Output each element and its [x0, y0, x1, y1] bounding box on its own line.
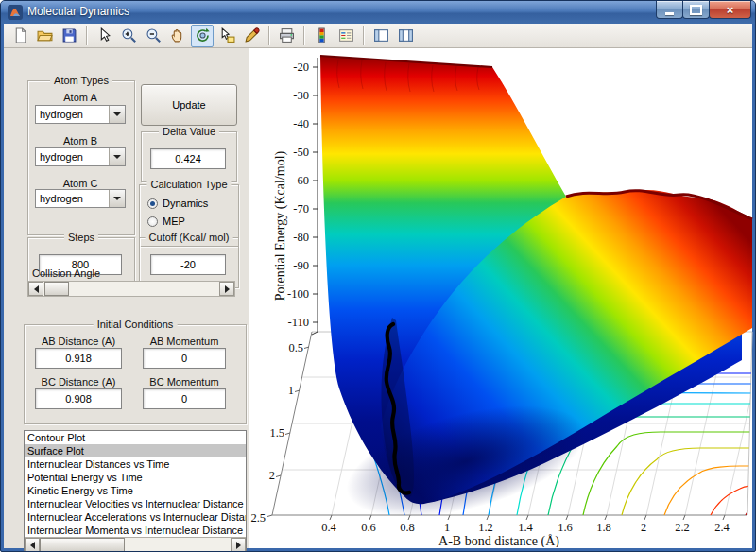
list-item[interactable]: Contour Plot	[25, 431, 246, 444]
figure-toolbar	[4, 24, 752, 48]
svg-text:2: 2	[269, 469, 275, 482]
atom-b-select[interactable]: hydrogen	[35, 147, 126, 166]
steps-title: Steps	[64, 232, 98, 244]
svg-text:1.8: 1.8	[596, 521, 611, 534]
list-item-selected[interactable]: Surface Plot	[25, 444, 246, 457]
svg-text:2.2: 2.2	[675, 521, 690, 534]
svg-text:-80: -80	[293, 231, 309, 244]
svg-text:0.6: 0.6	[361, 521, 376, 534]
chevron-down-icon	[109, 106, 125, 123]
minimize-button[interactable]	[656, 1, 683, 19]
ab-momentum-field[interactable]: 0	[143, 348, 226, 369]
svg-text:-100: -100	[287, 287, 309, 301]
slider-left-arrow[interactable]	[28, 282, 43, 296]
delta-value-field[interactable]: 0.424	[150, 148, 226, 169]
save-icon[interactable]	[58, 25, 80, 47]
svg-text:2.4: 2.4	[714, 521, 730, 534]
cutoff-title: Cutoff (Kcal/ mol)	[146, 232, 233, 244]
surface-plot-axes[interactable]: -20 -30 -40 -50 -60 -70 -80 -90 -100 -11…	[249, 48, 754, 547]
update-button[interactable]: Update	[141, 84, 237, 126]
print-icon[interactable]	[275, 25, 298, 47]
list-item[interactable]: Internuclear Momenta vs Internuclear Dis…	[25, 524, 246, 537]
listbox-hscrollbar[interactable]	[25, 537, 246, 552]
radio-dynamics[interactable]	[147, 198, 158, 209]
collision-angle-label: Collision Angle	[32, 267, 100, 279]
svg-text:-60: -60	[293, 174, 309, 187]
zoom-in-icon[interactable]	[117, 25, 140, 47]
chevron-down-icon	[109, 148, 125, 165]
ab-momentum-label: AB Momentum	[139, 336, 230, 347]
pan-hand-icon[interactable]	[166, 25, 189, 47]
svg-text:0.5: 0.5	[288, 341, 303, 354]
app-window: Molecular Dynamics ×	[0, 0, 756, 552]
radio-mep[interactable]	[147, 216, 158, 227]
bc-momentum-label: BC Momentum	[139, 376, 230, 388]
atom-c-value: hydrogen	[36, 190, 109, 207]
pointer-icon[interactable]	[93, 25, 115, 47]
minimize-icon	[665, 12, 674, 15]
radio-mep-row: MEP	[147, 216, 185, 227]
y-axis-label: Potential Energy (Kcal/mol)	[273, 150, 288, 301]
ab-distance-field[interactable]: 0.918	[35, 348, 122, 369]
atom-c-select[interactable]: hydrogen	[35, 189, 126, 208]
svg-text:1.6: 1.6	[558, 521, 573, 534]
list-item[interactable]: Internuclear Accelerations vs Internucle…	[25, 510, 246, 524]
scroll-right-arrow[interactable]	[231, 538, 246, 552]
energy-axis: -20 -30 -40 -50 -60 -70 -80 -90 -100 -11…	[273, 58, 318, 335]
svg-text:1: 1	[444, 521, 450, 534]
slider-thumb[interactable]	[44, 282, 69, 296]
bc-momentum-field[interactable]: 0	[143, 388, 226, 409]
list-item[interactable]: Potential Energy vs Time	[25, 471, 246, 484]
bc-distance-label: BC Distance (A)	[35, 376, 122, 388]
svg-text:-70: -70	[293, 202, 309, 216]
maximize-icon	[690, 5, 702, 15]
close-button[interactable]: ×	[709, 1, 751, 19]
cutoff-field[interactable]: -20	[150, 254, 226, 275]
atom-b-value: hydrogen	[36, 148, 109, 165]
show-plot-tools-icon[interactable]	[394, 25, 417, 47]
atom-c-label: Atom C	[32, 178, 129, 189]
plot-type-listbox[interactable]: Contour Plot Surface Plot Internuclear D…	[24, 430, 247, 552]
chevron-down-icon	[109, 190, 125, 207]
scroll-thumb[interactable]	[40, 538, 125, 552]
svg-text:-20: -20	[293, 60, 309, 74]
list-item[interactable]: Internuclear Distances vs Time	[25, 457, 246, 471]
atom-types-title: Atom Types	[50, 75, 112, 87]
svg-text:0.4: 0.4	[321, 521, 336, 534]
collision-angle-slider[interactable]	[27, 281, 235, 297]
atom-a-value: hydrogen	[36, 106, 109, 123]
radio-mep-label: MEP	[163, 216, 185, 227]
list-item[interactable]: Kinetic Energy vs Time	[25, 484, 246, 497]
svg-text:-30: -30	[293, 89, 309, 102]
atom-a-select[interactable]: hydrogen	[35, 105, 126, 124]
new-file-icon[interactable]	[9, 25, 31, 47]
update-button-label: Update	[172, 99, 205, 111]
list-item[interactable]: Internuclear Velocities vs Internuclear …	[25, 497, 246, 510]
atom-b-label: Atom B	[32, 135, 129, 147]
titlebar: Molecular Dynamics ×	[1, 1, 755, 24]
svg-text:2.5: 2.5	[250, 511, 266, 525]
zoom-out-icon[interactable]	[142, 25, 164, 47]
svg-text:-40: -40	[293, 117, 309, 130]
rotate-3d-icon[interactable]	[191, 25, 214, 47]
bc-distance-field[interactable]: 0.908	[35, 388, 122, 409]
x-axis-label: A-B bond distance (Å)	[438, 534, 559, 547]
maximize-button[interactable]	[682, 1, 710, 19]
radio-dynamics-row: Dynamics	[147, 198, 208, 209]
app-icon	[8, 5, 23, 20]
svg-text:1.4: 1.4	[518, 521, 533, 534]
slider-right-arrow[interactable]	[219, 282, 234, 296]
data-cursor-icon[interactable]	[215, 25, 238, 47]
scroll-left-arrow[interactable]	[25, 538, 40, 552]
atom-a-label: Atom A	[32, 92, 129, 103]
control-panel: Atom Types Atom A hydrogen Atom B hydrog…	[4, 48, 249, 548]
hide-plot-tools-icon[interactable]	[369, 25, 392, 47]
close-icon: ×	[727, 3, 734, 17]
open-folder-icon[interactable]	[33, 25, 56, 47]
x-axis: 0.4 0.6 0.8 1 1.2 1.4 1.6 1.8 2 2.2 2.4 …	[321, 515, 730, 547]
insert-colorbar-icon[interactable]	[310, 25, 333, 47]
initial-conditions-title: Initial Conditions	[94, 319, 178, 331]
brush-icon[interactable]	[240, 25, 263, 47]
insert-legend-icon[interactable]	[335, 25, 357, 47]
svg-text:2: 2	[641, 521, 646, 534]
